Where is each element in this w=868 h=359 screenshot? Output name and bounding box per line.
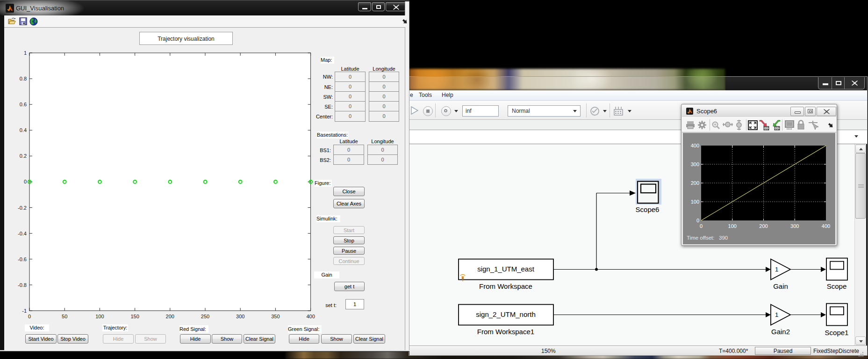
svg-text:200: 200 — [759, 223, 768, 229]
svg-text:300: 300 — [790, 223, 799, 229]
svg-text:Scope: Scope — [827, 282, 847, 290]
svg-text:0.8: 0.8 — [20, 76, 27, 81]
svg-text:-0.8: -0.8 — [18, 282, 27, 288]
svg-text:-0.2: -0.2 — [18, 205, 27, 211]
svg-text:Gain2: Gain2 — [771, 328, 790, 336]
svg-text:-1: -1 — [22, 308, 27, 314]
svg-text:sign_1_UTM_east: sign_1_UTM_east — [477, 265, 535, 273]
svg-text:-0.6: -0.6 — [18, 256, 27, 262]
svg-text:1: 1 — [775, 311, 778, 318]
svg-text:0.2: 0.2 — [20, 153, 27, 159]
svg-text:250: 250 — [201, 314, 209, 319]
svg-text:100: 100 — [728, 223, 737, 229]
svg-text:200: 200 — [166, 314, 174, 319]
svg-text:100: 100 — [691, 199, 699, 205]
svg-text:0: 0 — [700, 223, 703, 229]
svg-text:0: 0 — [28, 314, 31, 319]
svg-text:Time offset: 390: Time offset: 390 — [687, 235, 728, 241]
svg-text:150: 150 — [130, 314, 139, 319]
svg-text:0.4: 0.4 — [20, 127, 27, 133]
svg-text:From Workspace1: From Workspace1 — [477, 328, 534, 336]
svg-text:-0.4: -0.4 — [18, 231, 27, 236]
svg-text:0: 0 — [24, 179, 27, 184]
svg-text:400: 400 — [822, 223, 830, 229]
svg-text:300: 300 — [236, 314, 244, 319]
svg-text:0.6: 0.6 — [20, 102, 27, 107]
svg-text:Gain: Gain — [773, 282, 788, 290]
svg-text:200: 200 — [691, 180, 699, 186]
svg-text:From Workspace: From Workspace — [479, 282, 532, 290]
svg-text:0: 0 — [696, 218, 699, 223]
svg-text:Scope6: Scope6 — [636, 205, 660, 213]
svg-text:1: 1 — [24, 50, 27, 56]
svg-text:350: 350 — [271, 314, 280, 319]
svg-text:1: 1 — [775, 266, 778, 273]
svg-text:100: 100 — [95, 314, 104, 319]
svg-text:300: 300 — [691, 161, 699, 167]
svg-text:400: 400 — [691, 143, 699, 148]
svg-text:Scope1: Scope1 — [825, 329, 849, 337]
svg-text:sign_2_UTM_north: sign_2_UTM_north — [476, 310, 536, 318]
svg-text:400: 400 — [306, 314, 315, 319]
svg-text:50: 50 — [62, 314, 67, 319]
